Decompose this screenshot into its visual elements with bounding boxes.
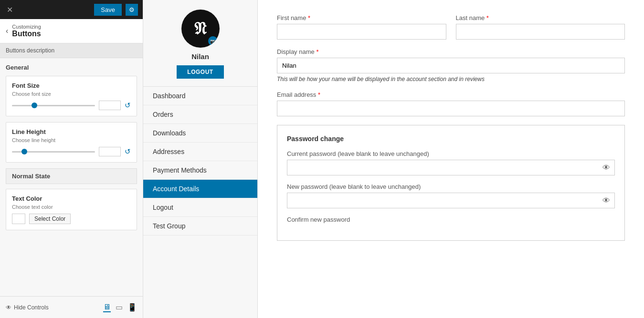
avatar: 𝔑 📷 bbox=[181, 10, 220, 48]
back-button[interactable]: ‹ bbox=[6, 27, 8, 35]
hide-controls-button[interactable]: 👁 Hide Controls bbox=[6, 304, 49, 311]
font-size-reset-icon[interactable]: ↺ bbox=[125, 101, 131, 110]
first-name-group: First name * bbox=[277, 14, 446, 40]
font-size-label: Font Size bbox=[12, 82, 131, 89]
tablet-icon[interactable]: ▭ bbox=[116, 303, 123, 312]
display-name-label: Display name * bbox=[277, 48, 625, 55]
account-nav-panel: 𝔑 📷 Nilan LOGOUT Dashboard Orders Downlo… bbox=[143, 0, 258, 318]
email-label: Email address * bbox=[277, 91, 625, 98]
first-name-required: * bbox=[308, 14, 310, 21]
text-color-control: Text Color Choose text color Select Colo… bbox=[6, 189, 137, 230]
general-heading: General bbox=[6, 64, 137, 71]
text-color-sublabel: Choose text color bbox=[12, 204, 131, 210]
last-name-group: Last name * bbox=[456, 14, 625, 40]
current-password-eye-icon[interactable]: 👁 bbox=[602, 164, 610, 172]
text-color-label: Text Color bbox=[12, 195, 131, 202]
user-name: Nilan bbox=[151, 52, 250, 61]
font-size-control: Font Size Choose font size 14 ↺ bbox=[6, 76, 137, 116]
select-color-button[interactable]: Select Color bbox=[29, 214, 71, 224]
font-size-slider[interactable] bbox=[12, 105, 95, 106]
customizing-label: Customizing bbox=[12, 24, 41, 30]
customizer-nav-header: ‹ Customizing Buttons bbox=[0, 19, 143, 43]
line-height-sublabel: Choose line height bbox=[12, 137, 131, 143]
nav-item-logout[interactable]: Logout bbox=[143, 198, 257, 217]
new-password-group: New password (leave blank to leave uncha… bbox=[287, 183, 615, 208]
line-height-slider[interactable] bbox=[12, 151, 95, 153]
display-name-input[interactable] bbox=[277, 58, 625, 73]
nav-item-orders[interactable]: Orders bbox=[143, 105, 257, 124]
user-section: 𝔑 📷 Nilan LOGOUT bbox=[143, 0, 257, 87]
customizer-panel: ✕ Save ⚙ ‹ Customizing Buttons Buttons d… bbox=[0, 0, 143, 318]
gear-button[interactable]: ⚙ bbox=[126, 4, 138, 16]
last-name-label: Last name * bbox=[456, 14, 625, 21]
new-password-label: New password (leave blank to leave uncha… bbox=[287, 183, 615, 190]
font-size-sublabel: Choose font size bbox=[12, 91, 131, 97]
nav-item-dashboard[interactable]: Dashboard bbox=[143, 87, 257, 105]
logout-button[interactable]: LOGOUT bbox=[177, 65, 223, 79]
main-content: First name * Last name * Display name * … bbox=[258, 0, 644, 318]
new-password-input[interactable] bbox=[287, 193, 615, 208]
email-required: * bbox=[318, 91, 320, 98]
desktop-icon[interactable]: 🖥 bbox=[103, 303, 111, 312]
color-swatch bbox=[12, 214, 25, 224]
panel-content: General Font Size Choose font size 14 ↺ … bbox=[0, 58, 143, 296]
line-height-label: Line Height bbox=[12, 128, 131, 135]
display-name-required: * bbox=[316, 48, 318, 55]
customizer-title: Buttons bbox=[12, 30, 41, 38]
current-password-group: Current password (leave blank to leave u… bbox=[287, 150, 615, 175]
top-bar: ✕ Save ⚙ bbox=[0, 0, 143, 19]
nav-item-payment-methods[interactable]: Payment Methods bbox=[143, 161, 257, 180]
camera-icon[interactable]: 📷 bbox=[208, 36, 218, 46]
confirm-password-group: Confirm new password bbox=[287, 216, 615, 223]
current-password-input[interactable] bbox=[287, 160, 615, 175]
first-name-input[interactable] bbox=[277, 24, 446, 40]
font-size-value[interactable]: 14 bbox=[99, 101, 121, 110]
last-name-required: * bbox=[486, 14, 489, 21]
confirm-password-label: Confirm new password bbox=[287, 216, 615, 223]
nav-item-test-group[interactable]: Test Group bbox=[143, 217, 257, 236]
mobile-icon[interactable]: 📱 bbox=[127, 303, 137, 312]
line-height-reset-icon[interactable]: ↺ bbox=[125, 147, 131, 156]
display-name-hint: This will be how your name will be displ… bbox=[277, 76, 625, 82]
avatar-letter: 𝔑 bbox=[194, 19, 207, 39]
line-height-control: Line Height Choose line height 1.25 ↺ bbox=[6, 122, 137, 163]
buttons-description: Buttons description bbox=[0, 43, 143, 58]
bottom-bar: 👁 Hide Controls 🖥 ▭ 📱 bbox=[0, 296, 143, 318]
new-password-eye-icon[interactable]: 👁 bbox=[602, 196, 610, 205]
current-password-label: Current password (leave blank to leave u… bbox=[287, 150, 615, 157]
eye-icon: 👁 bbox=[6, 304, 11, 311]
email-input[interactable] bbox=[277, 101, 625, 116]
first-name-label: First name * bbox=[277, 14, 446, 21]
nav-item-downloads[interactable]: Downloads bbox=[143, 124, 257, 143]
password-section-title: Password change bbox=[287, 135, 615, 143]
display-name-group: Display name * This will be how your nam… bbox=[277, 48, 625, 82]
close-button[interactable]: ✕ bbox=[5, 5, 15, 14]
line-height-value[interactable]: 1.25 bbox=[99, 147, 121, 156]
hide-controls-label: Hide Controls bbox=[14, 304, 49, 311]
password-section: Password change Current password (leave … bbox=[277, 125, 625, 241]
nav-item-addresses[interactable]: Addresses bbox=[143, 143, 257, 161]
last-name-input[interactable] bbox=[456, 24, 625, 40]
email-group: Email address * bbox=[277, 91, 625, 116]
nav-item-account-details[interactable]: Account Details bbox=[143, 180, 257, 198]
save-button[interactable]: Save bbox=[94, 4, 122, 16]
nav-menu: Dashboard Orders Downloads Addresses Pay… bbox=[143, 87, 257, 236]
normal-state-heading: Normal State bbox=[6, 168, 137, 184]
